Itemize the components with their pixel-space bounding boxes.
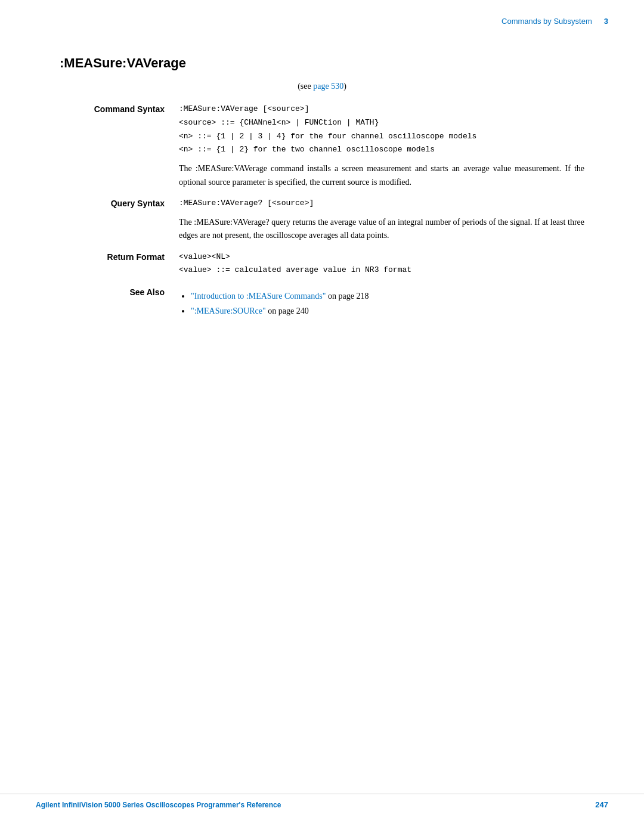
return-format-line1: <value><NL> [179, 251, 584, 264]
list-item: "Introduction to :MEASure Commands" on p… [191, 289, 584, 304]
query-syntax-content: :MEASure:VAVerage? [<source>] The :MEASu… [179, 197, 584, 243]
header-chapter-num: 3 [604, 17, 608, 26]
query-syntax-description: The :MEASure:VAVerage? query returns the… [179, 216, 584, 243]
see-also-link-2[interactable]: ":MEASure:SOURce" [191, 306, 266, 315]
return-format-content: <value><NL> <value> ::= calculated avera… [179, 251, 584, 278]
see-also-entry: See Also "Introduction to :MEASure Comma… [60, 286, 584, 318]
query-syntax-entry: Query Syntax :MEASure:VAVerage? [<source… [60, 197, 584, 243]
return-format-entry: Return Format <value><NL> <value> ::= ca… [60, 251, 584, 278]
command-syntax-line-1: :MEASure:VAVerage [<source>] [179, 103, 584, 116]
command-syntax-entry: Command Syntax :MEASure:VAVerage [<sourc… [60, 103, 584, 189]
see-also-list: "Introduction to :MEASure Commands" on p… [179, 289, 584, 318]
main-content: :MEASure:VAVerage (see page 530) Command… [0, 26, 644, 375]
page: Commands by Subsystem 3 :MEASure:VAVerag… [0, 0, 644, 833]
return-format-label: Return Format [60, 251, 179, 262]
page-footer: Agilent InfiniiVision 5000 Series Oscill… [0, 794, 644, 809]
command-syntax-line-3: <n> ::= {1 | 2 | 3 | 4} for the four cha… [179, 131, 584, 143]
query-syntax-line: :MEASure:VAVerage? [<source>] [179, 197, 584, 210]
query-syntax-label: Query Syntax [60, 197, 179, 208]
header-section-label: Commands by Subsystem [501, 17, 592, 26]
page-header: Commands by Subsystem 3 [0, 0, 644, 26]
command-syntax-label: Command Syntax [60, 103, 179, 114]
see-also-label: See Also [60, 286, 179, 297]
see-also-link-1[interactable]: "Introduction to :MEASure Commands" [191, 292, 326, 301]
footer-page-num: 247 [595, 800, 608, 809]
command-syntax-line-2: <source> ::= {CHANnel<n> | FUNCtion | MA… [179, 117, 584, 129]
section-title: :MEASure:VAVerage [60, 55, 584, 71]
command-syntax-line-4: <n> ::= {1 | 2} for the two channel osci… [179, 144, 584, 156]
see-page-link[interactable]: page 530 [313, 82, 343, 91]
see-also-content: "Introduction to :MEASure Commands" on p… [179, 286, 584, 318]
see-page-ref: (see page 530) [60, 82, 584, 91]
command-syntax-content: :MEASure:VAVerage [<source>] <source> ::… [179, 103, 584, 189]
footer-title: Agilent InfiniiVision 5000 Series Oscill… [36, 801, 281, 809]
return-format-line2: <value> ::= calculated average value in … [179, 264, 584, 277]
command-syntax-description: The :MEASure:VAVerage command installs a… [179, 162, 584, 189]
list-item: ":MEASure:SOURce" on page 240 [191, 304, 584, 318]
